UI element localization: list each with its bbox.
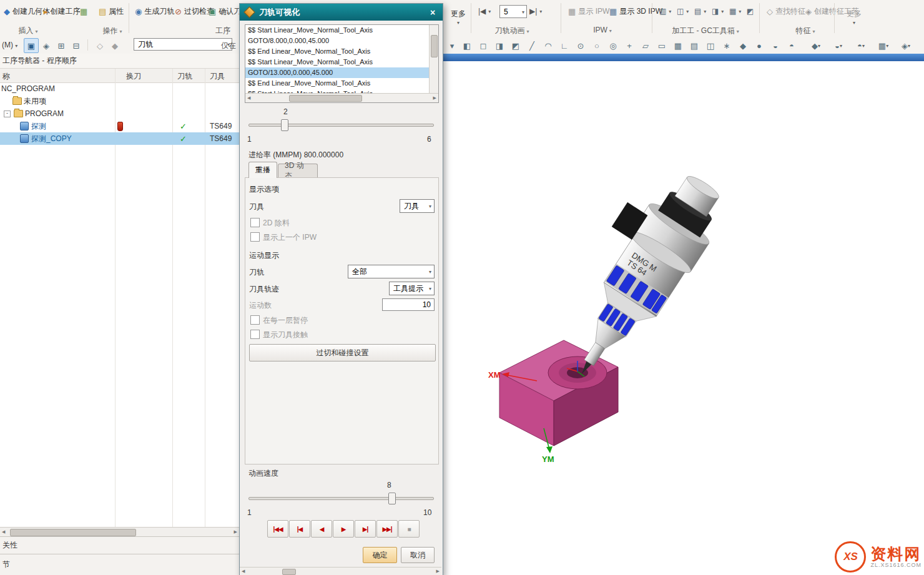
trajectory-dropdown[interactable]: 工具提示▾ — [389, 282, 435, 295]
dialog-hscrollbar[interactable]: ◀ ▶ — [240, 567, 441, 575]
anim-step-forward-button[interactable]: ▶|▾ — [527, 3, 544, 19]
cancel-button[interactable]: 取消 — [401, 547, 435, 563]
workpiece-block[interactable] — [499, 340, 618, 446]
dependencies-pane[interactable]: 关性 — [0, 536, 239, 554]
show-tool-contact-checkbox[interactable] — [250, 330, 260, 339]
scrollbar-thumb[interactable] — [10, 529, 136, 536]
column-tool-change[interactable]: 换刀 — [126, 71, 141, 82]
find-feature-button[interactable]: ◇查找特征 — [764, 3, 808, 19]
tree-row-nc-program[interactable]: NC_PROGRAM — [0, 82, 239, 95]
graphics-viewport[interactable]: DMG M TS 64 XM YM — [442, 54, 924, 575]
collision-settings-button[interactable]: 过切和碰撞设置 — [249, 344, 436, 361]
step-forward-button[interactable]: ▶| — [355, 520, 376, 538]
motion-count-input[interactable] — [382, 298, 435, 311]
ipw-group-label[interactable]: IPW▾ — [581, 26, 624, 34]
dialog-titlebar[interactable]: 刀轨可视化 × — [240, 4, 443, 21]
more-right-button[interactable]: 更多▾ — [840, 2, 868, 31]
sphere-icon[interactable]: ● — [752, 38, 767, 53]
scroll-right-icon[interactable]: ▶ — [234, 529, 237, 534]
navigator-hscrollbar[interactable]: ◀ ▶ — [0, 527, 239, 537]
arc-tool-icon[interactable]: ◠ — [541, 38, 556, 53]
operation-group-label[interactable]: 操作▾ — [91, 26, 134, 36]
gcode-line[interactable]: $$ End Linear_Move_Normal_Tool_Axis — [245, 78, 438, 89]
face-analysis-view-icon[interactable]: ◩ — [508, 38, 523, 53]
snap-toggle-icon[interactable]: ◈ — [39, 38, 54, 53]
line-tool-icon[interactable]: ╱ — [524, 38, 539, 53]
preferences-dropdown-icon[interactable]: ◈▾ — [895, 38, 917, 53]
gcode-line[interactable]: $$ Start Linear_Move_Normal_Tool_Axis — [245, 57, 438, 67]
shading-dropdown-icon[interactable]: ◒▾ — [828, 38, 849, 53]
gc-toolbox-button-5[interactable]: ▦▾ — [727, 3, 744, 19]
axis-icon[interactable]: ∗ — [719, 38, 734, 53]
operations-group-label[interactable]: 工序 — [201, 26, 245, 36]
gcode-line[interactable]: $$ End Linear_Move_Normal_Tool_Axis — [245, 46, 438, 57]
shaded-edges-view-icon[interactable]: ◨ — [492, 38, 507, 53]
gc-toolbox-button-3[interactable]: ▤▾ — [692, 3, 709, 19]
removal-2d-checkbox[interactable] — [250, 218, 260, 227]
toolpath-filter-combobox[interactable]: 刀轨▾ — [134, 38, 232, 51]
details-pane[interactable]: 节 — [0, 554, 239, 575]
more-left-button[interactable]: 更多▾ — [445, 2, 472, 31]
scroll-left-icon[interactable]: ◀ — [242, 569, 245, 574]
gc-toolbox-button-6[interactable]: ◩ — [744, 3, 756, 19]
step-back-button[interactable]: |◀ — [289, 520, 310, 538]
scroll-right-icon[interactable]: ▶ — [433, 96, 436, 101]
tree-row-probe-copy[interactable]: 探测_COPY ✓ TS649 — [0, 132, 239, 145]
line-slider-track[interactable] — [248, 124, 434, 127]
tree-row-probe[interactable]: 探测 ✓ TS649 — [0, 120, 239, 132]
expand-tree-icon[interactable]: ⊞ — [54, 38, 69, 53]
show-last-ipw-checkbox[interactable] — [250, 232, 260, 242]
tool-display-dropdown[interactable]: 刀具▾ — [400, 199, 435, 213]
quick-pick-icon[interactable]: + — [622, 38, 637, 53]
create-operation-button[interactable]: ▸创建工序 — [41, 3, 83, 19]
show-item-icon[interactable]: ◆ — [107, 38, 122, 53]
tree-row-program[interactable]: - PROGRAM — [0, 107, 239, 120]
machining-3d-scene[interactable]: DMG M TS 64 XM YM — [442, 61, 924, 575]
expander-icon[interactable]: - — [4, 111, 11, 117]
speed-slider-thumb[interactable] — [388, 493, 396, 504]
polyline-tool-icon[interactable]: ∟ — [557, 38, 572, 53]
gcode-vscrollbar[interactable] — [429, 25, 438, 94]
window-split-icon[interactable]: ◫ — [703, 38, 718, 53]
line-slider-thumb[interactable] — [281, 119, 288, 131]
render-style-icon[interactable]: ◒ — [768, 38, 783, 53]
profile-tool-icon[interactable]: ▱ — [638, 38, 653, 53]
feature-group-label[interactable]: 特征▾ — [784, 26, 827, 36]
snap-center-icon[interactable]: ◎ — [606, 38, 621, 53]
gc-toolbox-button-1[interactable]: ▥▾ — [657, 3, 674, 19]
layer-icon[interactable]: ▤ — [687, 38, 702, 53]
material-icon[interactable]: ◓ — [784, 38, 799, 53]
scrollbar-thumb[interactable] — [431, 35, 438, 57]
gcode-hscrollbar[interactable]: ◀ ▶ — [245, 93, 438, 102]
gcode-listbox[interactable]: $$ Start Linear_Move_Normal_Tool_Axis GO… — [245, 24, 439, 103]
gc-toolbox-button-4[interactable]: ◨▾ — [709, 3, 726, 19]
insert-group-label[interactable]: 插入▾ — [6, 26, 50, 36]
scrollbar-thumb[interactable] — [289, 95, 362, 102]
pause-each-level-checkbox[interactable] — [250, 315, 260, 325]
properties-button[interactable]: ▤属性 — [96, 3, 126, 19]
layout-dropdown-icon[interactable]: ▦▾ — [873, 38, 894, 53]
wireframe-view-icon[interactable]: ◻ — [476, 38, 491, 53]
gcode-line[interactable]: GOTO/8.000,0.000,45.000 — [245, 36, 438, 46]
gallery-button[interactable]: ▦ — [77, 3, 90, 19]
circle-tool-icon[interactable]: ○ — [589, 38, 604, 53]
hide-item-icon[interactable]: ◇ — [92, 38, 107, 53]
play-forward-button[interactable]: ▶ — [333, 520, 354, 538]
play-backward-button[interactable]: ◀ — [311, 520, 332, 538]
scroll-left-icon[interactable]: ◀ — [2, 529, 5, 534]
column-toolpath[interactable]: 刀轨 — [177, 71, 192, 82]
go-to-start-button[interactable]: |◀◀ — [267, 520, 288, 538]
go-to-end-button[interactable]: ▶▶| — [376, 520, 398, 538]
tab-3d-dynamic[interactable]: 3D 动态 — [278, 164, 318, 178]
close-icon[interactable]: × — [426, 7, 439, 18]
point-tool-icon[interactable]: ⊙ — [573, 38, 588, 53]
ok-button[interactable]: 确定 — [363, 547, 397, 563]
collapse-tree-icon[interactable]: ⊟ — [69, 38, 84, 53]
gc-toolbox-group-label[interactable]: 加工工 - GC工具箱▾ — [656, 26, 755, 36]
view-cube-dropdown-icon[interactable]: ◆▾ — [805, 38, 827, 53]
stop-button[interactable]: ■ — [398, 520, 420, 538]
toolpath-animation-group-label[interactable]: 刀轨动画▾ — [481, 26, 543, 36]
anim-speed-spinner[interactable]: 5▾ — [499, 5, 527, 18]
scroll-left-icon[interactable]: ◀ — [247, 96, 250, 101]
scroll-right-icon[interactable]: ▶ — [436, 569, 440, 574]
